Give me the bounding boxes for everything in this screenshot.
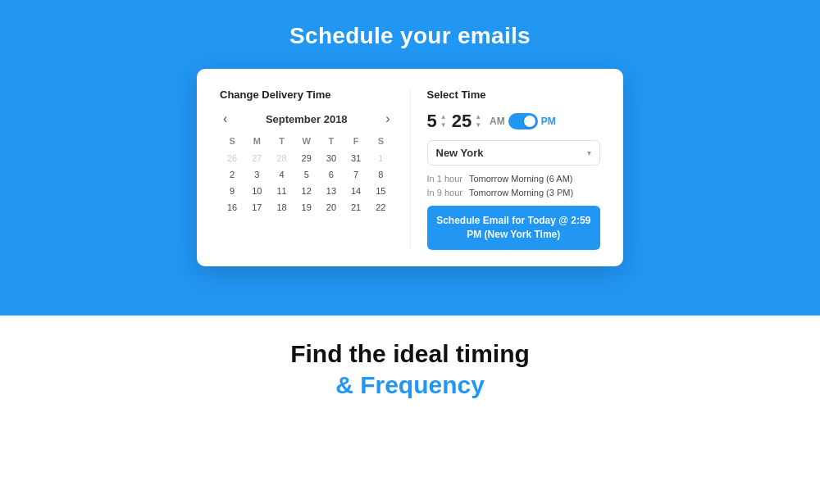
calendar-month-year: September 2018 xyxy=(266,113,348,125)
minute-spinbox: 25 ▲ ▼ xyxy=(452,112,481,130)
calendar-today[interactable]: 30 xyxy=(319,150,344,166)
cal-weekday-header: S xyxy=(368,134,393,150)
tagline-sub: & Frequency xyxy=(335,371,485,399)
calendar-day[interactable]: 19 xyxy=(294,199,319,216)
calendar-day[interactable]: 14 xyxy=(344,183,368,199)
calendar-day[interactable]: 21 xyxy=(344,199,368,216)
calendar-day[interactable]: 16 xyxy=(220,199,244,216)
hour-value: 5 xyxy=(427,112,437,130)
calendar-day[interactable]: 31 xyxy=(344,150,368,166)
calendar-day[interactable]: 10 xyxy=(244,183,269,199)
bottom-section: Find the ideal timing & Frequency xyxy=(274,316,546,407)
calendar-section-title: Change Delivery Time xyxy=(220,89,394,101)
minute-arrows: ▲ ▼ xyxy=(475,113,481,129)
time-info-row: In 9 hour Tomorrow Morning (3 PM) xyxy=(427,188,601,198)
calendar-day[interactable]: 17 xyxy=(244,199,269,216)
calendar-day[interactable]: 27 xyxy=(244,150,269,166)
cal-weekday-header: W xyxy=(294,134,319,150)
calendar-grid: SMTWTFS 26272829303112345678910111213141… xyxy=(220,134,394,216)
cal-weekday-header: S xyxy=(220,134,244,150)
timezone-dropdown[interactable]: New York ▾ xyxy=(427,140,601,166)
prev-month-button[interactable]: ‹ xyxy=(220,112,230,125)
banner-title: Schedule your emails xyxy=(289,23,531,49)
cal-weekday-header: T xyxy=(269,134,294,150)
time-info-label: In 1 hour xyxy=(427,174,462,184)
tagline-main: Find the ideal timing xyxy=(290,340,530,368)
calendar-day[interactable]: 28 xyxy=(269,150,294,166)
calendar-day[interactable]: 29 xyxy=(294,150,319,166)
calendar-day[interactable]: 3 xyxy=(244,166,269,183)
next-month-button[interactable]: › xyxy=(382,112,393,125)
calendar-day[interactable]: 8 xyxy=(368,166,393,183)
calendar-day[interactable]: 11 xyxy=(269,183,294,199)
calendar-day[interactable]: 20 xyxy=(319,199,344,216)
calendar-nav: ‹ September 2018 › xyxy=(220,112,394,125)
main-card: Change Delivery Time ‹ September 2018 › … xyxy=(197,69,623,266)
calendar-day[interactable]: 2 xyxy=(220,166,244,183)
hour-spinbox: 5 ▲ ▼ xyxy=(427,112,447,130)
pm-label: PM xyxy=(541,116,556,127)
calendar-day[interactable]: 15 xyxy=(368,183,393,199)
time-info-rows: In 1 hour Tomorrow Morning (6 AM) In 9 h… xyxy=(427,174,601,198)
cal-weekday-header: F xyxy=(344,134,368,150)
time-info-value: Tomorrow Morning (6 AM) xyxy=(469,174,573,184)
calendar-day[interactable]: 22 xyxy=(368,199,393,216)
calendar-day[interactable]: 13 xyxy=(319,183,344,199)
hour-up-button[interactable]: ▲ xyxy=(440,113,447,121)
minute-down-button[interactable]: ▼ xyxy=(475,121,481,129)
time-info-value: Tomorrow Morning (3 PM) xyxy=(469,188,573,198)
hour-arrows: ▲ ▼ xyxy=(440,113,447,129)
time-info-row: In 1 hour Tomorrow Morning (6 AM) xyxy=(427,174,601,184)
calendar-day[interactable]: 1 xyxy=(368,150,393,166)
calendar-day[interactable]: 26 xyxy=(220,150,244,166)
calendar-day[interactable]: 4 xyxy=(269,166,294,183)
cal-weekday-header: T xyxy=(319,134,344,150)
calendar-day[interactable]: 7 xyxy=(344,166,368,183)
calendar-day[interactable]: 5 xyxy=(294,166,319,183)
minute-up-button[interactable]: ▲ xyxy=(475,113,481,121)
time-row: 5 ▲ ▼ 25 ▲ ▼ AM xyxy=(427,112,601,130)
calendar-day[interactable]: 12 xyxy=(294,183,319,199)
blue-banner: Schedule your emails Change Delivery Tim… xyxy=(0,0,820,316)
time-section-title: Select Time xyxy=(427,89,601,101)
timezone-name: New York xyxy=(436,147,484,159)
am-label: AM xyxy=(490,116,505,127)
cal-weekday-header: M xyxy=(244,134,269,150)
calendar-day[interactable]: 9 xyxy=(220,183,244,199)
calendar-day[interactable]: 18 xyxy=(269,199,294,216)
ampm-toggle[interactable] xyxy=(508,113,538,129)
time-section: Select Time 5 ▲ ▼ 25 ▲ ▼ xyxy=(411,89,601,250)
hour-down-button[interactable]: ▼ xyxy=(440,121,447,129)
minute-value: 25 xyxy=(452,112,472,130)
calendar-day[interactable]: 6 xyxy=(319,166,344,183)
schedule-email-button[interactable]: Schedule Email for Today @ 2:59 PM (New … xyxy=(427,206,601,250)
chevron-down-icon: ▾ xyxy=(587,148,591,157)
time-info-label: In 9 hour xyxy=(427,188,462,198)
calendar-section: Change Delivery Time ‹ September 2018 › … xyxy=(220,89,411,250)
